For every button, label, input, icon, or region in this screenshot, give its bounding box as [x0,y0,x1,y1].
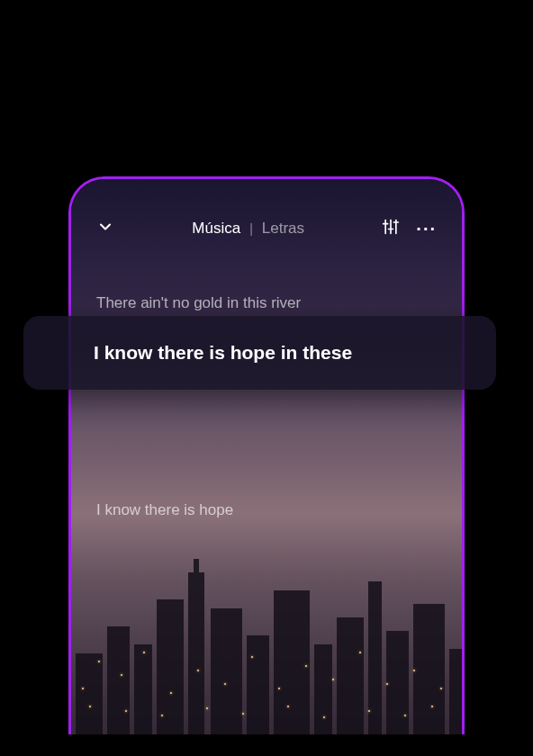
current-lyric-highlight: I know there is hope in these [23,316,496,390]
tab-lyrics[interactable]: Letras [262,220,304,238]
player-header: Música | Letras [71,206,462,251]
lyric-line-current: I know there is hope in these [94,342,352,364]
header-tabs: Música | Letras [114,220,382,238]
tab-music[interactable]: Música [192,220,240,238]
lyrics-panel[interactable]: There ain't no gold in this river [71,287,462,320]
equalizer-icon[interactable] [382,218,400,239]
music-player-screen: Música | Letras [68,176,465,734]
lyric-line-prev: There ain't no gold in this river [71,287,462,320]
background-image [71,179,462,734]
tab-divider: | [249,221,253,236]
lyric-line-next: I know there is hope [71,485,462,526]
more-icon[interactable]: ··· [416,219,437,239]
chevron-down-icon[interactable] [96,218,114,239]
